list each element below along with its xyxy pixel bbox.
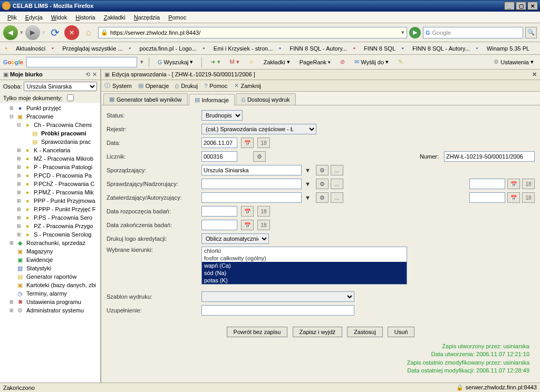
tree-item[interactable]: ▤Sprawozdania prac <box>0 138 100 146</box>
bookmark-item[interactable]: ▪FINN 8 SQL - Autory... <box>400 44 472 53</box>
rejestr-select[interactable]: (csŁ) Sprawozdania częściowe - Ł <box>201 124 316 134</box>
tree-item[interactable]: ⊞●PPP - Punkt Przyjmowa <box>0 197 100 205</box>
tree-item[interactable]: ⊞●P.PMŻ - Pracownia Mik <box>0 188 100 197</box>
tree-expander-icon[interactable]: ⊞ <box>8 240 15 246</box>
tylko-checkbox[interactable] <box>67 94 74 101</box>
wyslij-button[interactable]: ✉ Wyślij do ▾ <box>351 57 392 66</box>
tree-item[interactable]: ⊞✖Ustawienia programu <box>0 298 100 306</box>
back-dropdown[interactable]: ▾ <box>20 29 23 36</box>
bookmark-item[interactable]: ▪poczta.finn.pl - Logo... <box>127 44 199 53</box>
content-menu-zamknij[interactable]: ✕Zamknij <box>234 82 262 89</box>
sprawdz-input[interactable] <box>201 179 302 189</box>
zak-cal2-button[interactable]: 18 <box>257 220 270 230</box>
minimize-button[interactable]: _ <box>504 2 515 10</box>
tree-item[interactable]: ⊟●Ch - Pracownia Chemi <box>0 121 100 129</box>
tree-item[interactable]: ▤Generator raportów <box>0 272 100 281</box>
stop-button[interactable]: ✕ <box>64 25 79 40</box>
numer-input[interactable] <box>444 151 535 162</box>
kierunek-option[interactable]: fosfor całkowity (ogólny) <box>202 254 407 262</box>
ustawienia-button[interactable]: ⚙ Ustawienia ▾ <box>490 57 537 66</box>
zak-cal1-button[interactable]: 📅 <box>241 220 254 230</box>
star-button[interactable]: ☆ <box>246 57 257 66</box>
close-button[interactable]: ✕ <box>527 2 538 10</box>
tree-item[interactable]: ▣Kartoteki (bazy danych, zbi <box>0 281 100 289</box>
tree-item[interactable]: ▣Magazyny <box>0 247 100 256</box>
menu-widok[interactable]: Widok <box>47 13 72 22</box>
rozp-cal2-button[interactable]: 18 <box>257 206 270 217</box>
tree-expander-icon[interactable]: ⊞ <box>16 232 22 237</box>
zatw-cal2-button[interactable]: 18 <box>522 192 535 203</box>
tree-item[interactable]: ⊞●MŻ - Pracownia Mikrob <box>0 154 100 163</box>
sprawdz-cal1-button[interactable]: 📅 <box>507 179 520 189</box>
tree-item[interactable]: ⊞●P.PChŻ - Pracowania C <box>0 180 100 188</box>
osoba-select[interactable]: Urszula Siniarska <box>24 82 97 91</box>
pagerank-button[interactable]: PageRank ▾ <box>296 58 334 66</box>
block-button[interactable]: ⊘ <box>337 57 348 66</box>
wyszukaj-button[interactable]: GWyszukaj ▾ <box>155 57 197 66</box>
tree-item[interactable]: ⊞●PZ - Pracownia Przygo <box>0 222 100 230</box>
rozp-cal1-button[interactable]: 📅 <box>241 206 254 217</box>
kierunki-list[interactable]: chlorkifosfor całkowity (ogólny)wapń (Ca… <box>201 247 407 285</box>
tree-item[interactable]: ⊞⚙Administrator systemu <box>0 306 100 315</box>
tree-expander-icon[interactable]: ⊟ <box>16 122 22 128</box>
home-button[interactable]: ⌂ <box>81 25 96 40</box>
tab-dostosuj-wydruk[interactable]: ⎙Dostosuj wydruk <box>236 93 296 105</box>
menu-narzędzia[interactable]: Narzędzia <box>130 13 165 22</box>
sprawdz-cal2-button[interactable]: 18 <box>522 179 535 189</box>
back-button[interactable]: ◄ <box>3 25 18 40</box>
szablon-select[interactable] <box>201 291 354 302</box>
tree-expander-icon[interactable]: ⊟ <box>8 114 15 119</box>
refresh-icon[interactable]: ⟲ <box>85 71 90 78</box>
tree-item[interactable]: ◷Terminy, alarmy <box>0 289 100 298</box>
zatw-gear-button[interactable]: ⚙ <box>316 192 329 203</box>
status-select[interactable]: Brudnopis <box>201 110 243 121</box>
data-zak-input[interactable] <box>201 220 237 230</box>
sprawdz-more-button[interactable]: ... <box>331 179 343 189</box>
google-search-dropdown[interactable]: ▾ <box>140 58 143 65</box>
tree-expander-icon[interactable]: ⊞ <box>16 156 22 161</box>
tree-item[interactable]: ⊞●K - Kancelaria <box>0 146 100 154</box>
zatw-dropdown[interactable]: ▼ <box>302 194 314 201</box>
tree-expander-icon[interactable]: ⊞ <box>16 223 22 229</box>
uzup-input[interactable] <box>201 305 354 316</box>
menu-zakładki[interactable]: Zakładki <box>100 13 130 22</box>
kierunek-option[interactable]: wapń (Ca) <box>202 262 407 269</box>
content-menu-system[interactable]: ⓘSystem <box>104 82 132 90</box>
tree-item[interactable]: ⊞●P.PS - Pracownia Sero <box>0 213 100 222</box>
tree-expander-icon[interactable]: ⊞ <box>8 299 15 305</box>
content-close-button[interactable]: ✕ <box>532 71 537 78</box>
zapisz-button[interactable]: Zapisz i wyjdź <box>293 327 342 337</box>
tree-item[interactable]: ▥Statystyki <box>0 264 100 272</box>
menu-historia[interactable]: Historia <box>71 13 99 22</box>
forward-dropdown[interactable]: ▾ <box>42 29 45 36</box>
tree-item[interactable]: ⊞●P.PCD - Pracownia Pa <box>0 171 100 180</box>
kierunek-option[interactable]: chlorki <box>202 247 407 254</box>
tree-item[interactable]: ⊟▣Pracownie <box>0 112 100 121</box>
menu-plik[interactable]: Plik <box>3 13 21 22</box>
sporz-gear-button[interactable]: ⚙ <box>316 165 329 175</box>
powrot-button[interactable]: Powrót bez zapisu <box>227 327 288 337</box>
sporz-more-button[interactable]: ... <box>331 165 343 175</box>
tree-expander-icon[interactable]: ⊞ <box>16 207 22 212</box>
bookmark-item[interactable]: ▪Emi i Krzysiek - stron... <box>201 44 275 53</box>
google-search-input[interactable] <box>26 57 137 67</box>
tree-expander-icon[interactable]: ⊞ <box>16 190 22 195</box>
data-calendar-button[interactable]: 📅 <box>241 138 254 148</box>
search-button[interactable]: 🔍 <box>525 27 537 38</box>
tree-expander-icon[interactable]: ⊞ <box>16 198 22 203</box>
kierunek-option[interactable]: sód (Na) <box>202 269 407 277</box>
tree-item[interactable]: ⊞●S - Pracownia Serolog <box>0 230 100 239</box>
logo-select[interactable]: Oblicz automatycznie <box>201 233 269 244</box>
gmail-button[interactable]: M ▾ <box>227 57 243 66</box>
go-button[interactable]: ▶ <box>409 27 421 38</box>
content-menu-pomoc[interactable]: ?Pomoc <box>204 83 227 89</box>
highlight-button[interactable]: ✎ <box>395 57 406 66</box>
reload-button[interactable]: ⟳ <box>47 25 62 40</box>
zatw-input[interactable] <box>201 192 302 203</box>
tree-expander-icon[interactable]: ⊞ <box>16 173 22 178</box>
zakladki-button[interactable]: Zakładki ▾ <box>261 57 293 66</box>
bookmark-item[interactable]: ▪Aktualności <box>3 44 47 53</box>
sprawdz-date-input[interactable] <box>469 179 505 189</box>
tree-item[interactable]: ⊞◆Rozrachunki, sprzedaż <box>0 239 100 247</box>
url-dropdown-icon[interactable]: ▾ <box>401 29 404 36</box>
